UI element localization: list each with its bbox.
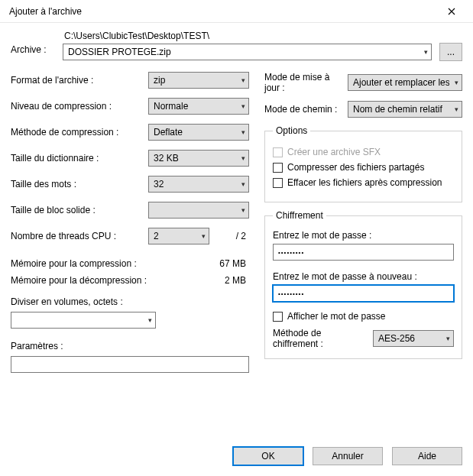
compression-level-label: Niveau de compression : [11, 101, 148, 112]
option-shared-checkbox[interactable] [273, 163, 283, 173]
option-sfx-label: Créer une archive SFX [287, 147, 381, 157]
compression-level-select[interactable]: Normale ▾ [148, 98, 249, 115]
encryption-method-label: Méthode de chiffrement : [273, 328, 367, 349]
chevron-down-icon: ▾ [241, 128, 245, 136]
word-size-select[interactable]: 32 ▾ [148, 176, 249, 193]
option-shared-label: Compresser des fichiers partagés [287, 162, 424, 173]
compression-method-label: Méthode de compression : [11, 127, 148, 138]
titlebar: Ajouter à l'archive [0, 0, 473, 23]
parameters-label: Paramètres : [11, 341, 249, 351]
compression-method-select[interactable]: Deflate ▾ [148, 124, 249, 141]
archive-label: Archive : [11, 44, 47, 55]
format-label: Format de l'archive : [11, 75, 148, 86]
encryption-legend: Chiffrement [273, 210, 326, 221]
option-delete-row[interactable]: Effacer les fichiers après compression [273, 177, 454, 188]
password-confirm-input[interactable]: ••••••••• [273, 285, 454, 302]
cpu-threads-label: Nombre de threads CPU : [11, 231, 148, 241]
format-select[interactable]: zip ▾ [148, 72, 249, 89]
mem-compression-value: 67 MB [219, 258, 246, 269]
mem-decompression-label: Mémoire pour la décompression : [11, 275, 147, 286]
split-volumes-label: Diviser en volumes, octets : [11, 296, 156, 307]
chevron-down-icon: ▾ [455, 105, 458, 113]
chevron-down-icon: ▾ [446, 335, 450, 342]
archive-path: C:\Users\ClubicTest\Desktop\TEST\ [63, 31, 462, 41]
password-input[interactable]: ••••••••• [273, 244, 454, 261]
password-label: Entrez le mot de passe : [273, 230, 454, 241]
encryption-method-select[interactable]: AES-256 ▾ [373, 330, 454, 347]
options-legend: Options [273, 125, 310, 136]
option-delete-label: Effacer les fichiers après compression [287, 177, 442, 188]
update-mode-select[interactable]: Ajouter et remplacer les fich ▾ [348, 74, 462, 91]
archive-filename-combo[interactable]: DOSSIER PROTEGE.zip ▾ [63, 44, 432, 60]
close-icon [448, 8, 455, 15]
button-bar: OK Annuler Aide [233, 447, 462, 465]
parameters-input[interactable] [11, 356, 249, 373]
update-mode-label: Mode de mise à jour : [264, 72, 342, 93]
show-password-row[interactable]: Afficher le mot de passe [273, 311, 454, 322]
cancel-button[interactable]: Annuler [313, 447, 383, 465]
mem-decompression-value: 2 MB [225, 275, 246, 286]
close-button[interactable] [436, 1, 467, 22]
password-confirm-label: Entrez le mot de passe à nouveau : [273, 271, 454, 282]
chevron-down-icon: ▾ [424, 48, 428, 56]
chevron-down-icon: ▾ [241, 180, 245, 188]
split-volumes-combo[interactable]: ▾ [11, 312, 156, 329]
encryption-group: Chiffrement Entrez le mot de passe : •••… [264, 210, 462, 359]
option-sfx-row: Créer une archive SFX [273, 147, 454, 157]
word-size-label: Taille des mots : [11, 179, 148, 189]
chevron-down-icon: ▾ [241, 206, 245, 214]
chevron-down-icon: ▾ [148, 316, 152, 324]
solid-block-label: Taille de bloc solide : [11, 205, 148, 215]
option-sfx-checkbox [273, 147, 283, 157]
show-password-checkbox[interactable] [273, 312, 283, 322]
show-password-label: Afficher le mot de passe [287, 311, 386, 322]
help-button[interactable]: Aide [392, 447, 462, 465]
window-title: Ajouter à l'archive [9, 6, 82, 17]
chevron-down-icon: ▾ [202, 232, 206, 240]
options-group: Options Créer une archive SFX Compresser… [264, 125, 462, 202]
browse-button[interactable]: ... [439, 43, 462, 61]
solid-block-select[interactable]: ▾ [148, 202, 249, 219]
cpu-threads-total: / 2 [236, 231, 249, 241]
option-shared-row[interactable]: Compresser des fichiers partagés [273, 162, 454, 173]
mem-compression-label: Mémoire pour la compression : [11, 258, 137, 269]
chevron-down-icon: ▾ [241, 76, 245, 84]
path-mode-label: Mode de chemin : [264, 104, 342, 115]
path-mode-select[interactable]: Nom de chemin relatif ▾ [348, 101, 462, 118]
option-delete-checkbox[interactable] [273, 178, 283, 188]
chevron-down-icon: ▾ [455, 79, 458, 86]
ok-button[interactable]: OK [233, 447, 303, 465]
dictionary-size-label: Taille du dictionnaire : [11, 153, 148, 164]
cpu-threads-select[interactable]: 2 ▾ [148, 228, 209, 244]
chevron-down-icon: ▾ [241, 102, 245, 110]
chevron-down-icon: ▾ [241, 154, 245, 162]
archive-filename: DOSSIER PROTEGE.zip [68, 47, 171, 57]
dictionary-size-select[interactable]: 32 KB ▾ [148, 150, 249, 167]
